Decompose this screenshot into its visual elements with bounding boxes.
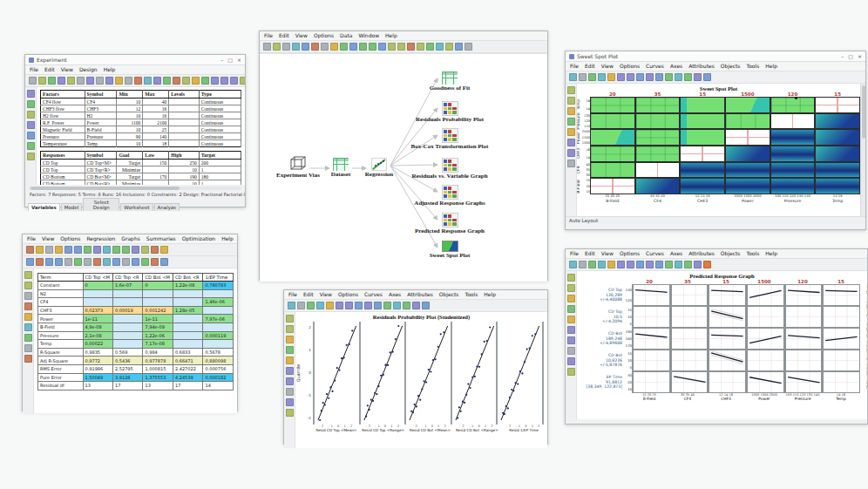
- dataset-icon[interactable]: [417, 43, 424, 51]
- windows-icon[interactable]: [436, 43, 444, 51]
- cell[interactable]: 10: [169, 166, 200, 173]
- axes-icon[interactable]: [675, 261, 682, 268]
- minimize-button[interactable]: –: [841, 53, 844, 59]
- curve-fit-icon[interactable]: [144, 77, 152, 85]
- grid-icon[interactable]: [201, 77, 209, 85]
- cell[interactable]: CF4: [85, 98, 117, 105]
- cell[interactable]: R.F. Power: [41, 119, 85, 126]
- settings-icon[interactable]: [24, 334, 32, 342]
- cell[interactable]: 10: [169, 180, 200, 186]
- grid-icon[interactable]: [665, 261, 673, 268]
- export-icon[interactable]: [24, 344, 32, 352]
- label-icon[interactable]: [374, 302, 382, 309]
- menu-help[interactable]: Help: [104, 66, 116, 72]
- resid-icon[interactable]: [103, 258, 111, 266]
- design-icon[interactable]: [96, 77, 104, 85]
- cell[interactable]: [169, 98, 200, 105]
- layers-icon[interactable]: [567, 347, 575, 355]
- menu-axes[interactable]: Axes: [389, 291, 401, 297]
- fit-icon[interactable]: [24, 302, 32, 310]
- menu-file[interactable]: File: [288, 291, 297, 297]
- settings-icon[interactable]: [579, 73, 587, 81]
- cell[interactable]: Continuous: [199, 105, 241, 112]
- cell[interactable]: 1: [199, 166, 241, 173]
- summary-icon[interactable]: [132, 258, 139, 266]
- menu-data[interactable]: Data: [340, 32, 352, 38]
- node-residuals-vs-variable-graph[interactable]: Residuals vs. Variable Graph: [397, 158, 502, 180]
- pan-icon[interactable]: [636, 261, 644, 268]
- palette-icon[interactable]: [617, 73, 625, 81]
- copy-icon[interactable]: [598, 261, 606, 268]
- save-icon[interactable]: [307, 302, 315, 309]
- save-icon[interactable]: [588, 261, 596, 268]
- cell[interactable]: 16: [143, 105, 169, 112]
- layers-icon[interactable]: [24, 323, 32, 331]
- zoom-icon[interactable]: [567, 284, 575, 292]
- zoom-icon[interactable]: [627, 261, 634, 268]
- menu-objects[interactable]: Objects: [721, 250, 741, 256]
- node-predicted-response-graph[interactable]: Predicted Response Graph: [397, 213, 502, 234]
- zoom-icon[interactable]: [345, 302, 353, 309]
- palette-icon[interactable]: [286, 367, 294, 375]
- copy-icon[interactable]: [64, 246, 72, 254]
- copy-icon[interactable]: [316, 302, 324, 309]
- experiment-titlebar[interactable]: Experiment – ▢ ×: [25, 55, 245, 65]
- refresh-icon[interactable]: [694, 261, 702, 268]
- menu-view[interactable]: View: [601, 250, 614, 256]
- pan-icon[interactable]: [355, 302, 363, 309]
- menu-attributes[interactable]: Attributes: [688, 63, 715, 69]
- table-icon[interactable]: [211, 77, 219, 85]
- grid-icon[interactable]: [383, 302, 391, 309]
- cell[interactable]: 12: [117, 105, 143, 112]
- node-box-cox-transformation-plot[interactable]: Box-Cox Transformation Plot: [397, 128, 502, 150]
- node-goodness-of-fit[interactable]: Goodness of Fit: [397, 71, 502, 92]
- run-icon[interactable]: [134, 77, 142, 85]
- report-icon[interactable]: [160, 258, 168, 266]
- cell[interactable]: 25: [143, 126, 169, 133]
- cell[interactable]: CD Top<M>: [85, 160, 117, 166]
- menu-objects[interactable]: Objects: [439, 291, 459, 297]
- cell[interactable]: CF4 flow: [41, 98, 85, 105]
- palette-icon[interactable]: [567, 326, 575, 334]
- cell[interactable]: [169, 112, 200, 119]
- tab-variables[interactable]: Variables: [28, 203, 60, 211]
- flag-icon[interactable]: [465, 43, 472, 51]
- cell[interactable]: Target: [117, 160, 143, 166]
- menu-axes[interactable]: Axes: [670, 63, 682, 69]
- scatter-icon[interactable]: [153, 77, 161, 85]
- menu-axes[interactable]: Axes: [670, 250, 682, 256]
- select-icon[interactable]: [646, 73, 654, 81]
- legend-icon[interactable]: [403, 302, 410, 309]
- cell[interactable]: [169, 105, 200, 112]
- menu-file[interactable]: File: [570, 250, 579, 256]
- cell[interactable]: CD Top<R>: [85, 166, 117, 173]
- tree-icon[interactable]: [359, 43, 367, 51]
- cell[interactable]: 200: [199, 160, 241, 166]
- cut-icon[interactable]: [67, 77, 75, 85]
- tools-icon[interactable]: [240, 77, 245, 85]
- maximize-button[interactable]: ▢: [227, 57, 233, 63]
- refresh-icon[interactable]: [426, 43, 434, 51]
- constraints-icon[interactable]: [27, 142, 35, 150]
- palette-icon[interactable]: [336, 302, 343, 309]
- menu-edit[interactable]: Edit: [44, 66, 55, 72]
- crosshair-icon[interactable]: [567, 118, 575, 126]
- layers-icon[interactable]: [567, 160, 575, 167]
- cell[interactable]: Continuous: [199, 119, 241, 126]
- append-icon[interactable]: [105, 77, 113, 85]
- cell[interactable]: Continuous: [199, 98, 241, 105]
- print-icon[interactable]: [288, 302, 295, 309]
- cell[interactable]: 18: [143, 140, 169, 147]
- points-icon[interactable]: [567, 357, 575, 365]
- refresh-icon[interactable]: [412, 302, 420, 309]
- form-icon[interactable]: [378, 43, 386, 51]
- menu-window[interactable]: Window: [358, 32, 379, 38]
- menu-regression[interactable]: Regression: [86, 235, 115, 241]
- settings-icon[interactable]: [579, 261, 587, 268]
- alert-icon[interactable]: [151, 258, 159, 266]
- cell[interactable]: Minimize: [117, 180, 143, 186]
- close-button[interactable]: ×: [858, 53, 862, 59]
- new-icon[interactable]: [29, 77, 37, 85]
- image-icon[interactable]: [122, 258, 130, 266]
- menu-options[interactable]: Options: [620, 63, 640, 69]
